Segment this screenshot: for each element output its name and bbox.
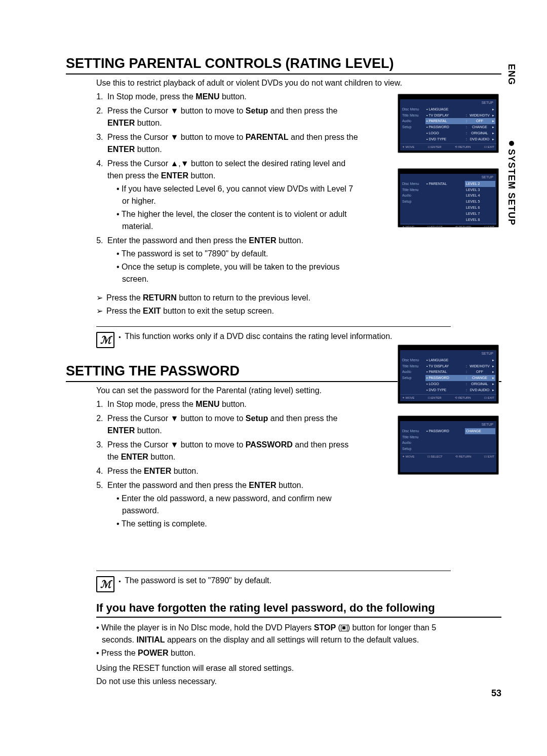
- sub-bullet: • Once the setup is complete, you will b…: [116, 261, 359, 285]
- step-2: Press the Cursor ▼ button to move to Set…: [105, 412, 359, 437]
- bullet-dot-icon: [509, 141, 514, 146]
- text: button.: [169, 649, 196, 657]
- section-c-bullets: • While the player is in No DIsc mode, h…: [96, 622, 461, 659]
- bold: ENTER: [107, 426, 135, 435]
- osd-title: SETUP: [482, 422, 493, 427]
- bold: ENTER: [161, 171, 188, 180]
- bold: MENU: [196, 92, 219, 101]
- bold: ENTER: [107, 145, 135, 154]
- text: Press the Cursor ▼ button to move to: [107, 440, 246, 449]
- step-3: Press the Cursor ▼ button to move to PAR…: [105, 131, 359, 156]
- section-b-steps: In Stop mode, press the MENU button. Pre…: [96, 398, 359, 530]
- text: button.: [135, 119, 162, 127]
- side-lang-tab: ENG: [506, 64, 517, 85]
- t: EXIT: [488, 455, 494, 458]
- text: The password is set to "7890" by default…: [122, 249, 268, 258]
- bold: MENU: [196, 400, 219, 408]
- t: MOVE: [406, 225, 415, 228]
- step-5: Enter the password and then press the EN…: [105, 479, 359, 530]
- osd-screenshot-1: SETUP Disc Menu• LANGUAGE▸Title Menu• TV…: [398, 94, 499, 153]
- step-1: In Stop mode, press the MENU button.: [105, 91, 359, 103]
- bold: Setup: [246, 414, 268, 423]
- osd-screenshot-2: SETUP Disc Menu• PARENTALLEVEL 2Title Me…: [398, 168, 499, 228]
- arrow-note: ➢Press the EXIT button to exit the setup…: [96, 305, 501, 318]
- bold: ENTER: [249, 236, 276, 245]
- text: button.: [171, 467, 198, 475]
- text: and then press the: [268, 106, 337, 115]
- text: appears on the display and all settings …: [165, 635, 419, 644]
- text: Enter the password and then press the: [107, 481, 249, 489]
- bullet-icon: ▪: [119, 333, 121, 341]
- note-box-b: ℳ ▪ The password is set to "7890" by def…: [96, 571, 451, 592]
- text: and then press the: [268, 414, 337, 423]
- sub-bullet: • If you have selected Level 6, you cann…: [116, 183, 359, 207]
- t: MOVE: [406, 396, 415, 399]
- t: MOVE: [406, 145, 415, 148]
- bullet: • While the player is in No DIsc mode, h…: [96, 622, 461, 646]
- side-section-tab: SYSTEM SETUP: [506, 141, 517, 225]
- bold: PASSWORD: [246, 440, 293, 449]
- bold: ENTER: [121, 452, 148, 461]
- step-5: Enter the password and then press the EN…: [105, 235, 359, 285]
- arrow-notes: ➢Press the RETURN button to return to th…: [96, 291, 501, 317]
- t: RETURN: [458, 396, 471, 399]
- t: MOVE: [406, 455, 415, 458]
- step-4: Press the ENTER button.: [105, 465, 359, 477]
- text: If you have selected Level 6, you cannot…: [122, 184, 353, 205]
- bold: EXIT: [143, 307, 161, 315]
- text: Press the: [106, 307, 143, 315]
- text: button.: [135, 145, 162, 154]
- text: button.: [135, 426, 162, 435]
- t: EXIT: [488, 396, 494, 399]
- bullet: • Press the POWER button.: [96, 647, 461, 659]
- text: Enter the password and then press the: [107, 236, 249, 245]
- text: Once the setup is complete, you will be …: [122, 262, 339, 283]
- sub-bullet: • Enter the old password, a new password…: [116, 493, 359, 517]
- bold: ENTER: [144, 467, 171, 475]
- text: In Stop mode, press the: [107, 92, 196, 101]
- section-c-title: If you have forgotten the rating level p…: [96, 601, 501, 618]
- note-text: This function works only if a DVD disc c…: [125, 332, 392, 341]
- bold: STOP: [314, 623, 336, 632]
- sub-bullet: • The password is set to "7890" by defau…: [116, 248, 359, 260]
- t: SELECT: [431, 225, 442, 228]
- section-a-title: SETTING PARENTAL CONTROLS (RATING LEVEL): [66, 56, 501, 74]
- bold: ENTER: [107, 119, 135, 127]
- arrow-note: ➢Press the RETURN button to return to th…: [96, 291, 501, 305]
- text: The higher the level, the closer the con…: [122, 210, 347, 231]
- text: button to return to the previous level.: [177, 293, 310, 302]
- arrow-icon: ➢: [96, 305, 106, 318]
- sub-bullet: • The setting is complete.: [116, 518, 359, 530]
- t: EXIT: [488, 145, 494, 148]
- bold: INITIAL: [136, 635, 165, 644]
- section-a-steps: In Stop mode, press the MENU button. Pre…: [96, 91, 359, 285]
- step-4: Press the Cursor ▲,▼ button to select th…: [105, 158, 359, 233]
- bold: PARENTAL: [246, 133, 289, 141]
- osd-screenshot-3: SETUP Disc Menu• LANGUAGE▸Title Menu• TV…: [398, 345, 499, 404]
- text: Press the Cursor ▼ button to move to: [107, 133, 246, 141]
- text: button.: [188, 171, 215, 180]
- t: EXIT: [488, 225, 494, 228]
- text: and then press the: [289, 133, 358, 141]
- t: RETURN: [458, 145, 471, 148]
- text: button.: [277, 236, 303, 245]
- t: RETURN: [459, 455, 472, 458]
- step-3: Press the Cursor ▼ button to move to PAS…: [105, 439, 359, 463]
- bold: RETURN: [143, 293, 177, 302]
- text: Press the Cursor ▲,▼ button to select th…: [107, 159, 345, 180]
- text: button.: [219, 400, 246, 408]
- text: Enter the old password, a new password, …: [122, 494, 331, 515]
- text: button to exit the setup screen.: [161, 307, 274, 315]
- plain-text-2: Do not use this unless necessary.: [96, 675, 501, 688]
- t: ENTER: [431, 396, 441, 399]
- note-text: The password is set to "7890" by default…: [125, 576, 271, 585]
- step-2: Press the Cursor ▼ button to move to Set…: [105, 105, 359, 129]
- side-section-label: SYSTEM SETUP: [506, 149, 517, 225]
- arrow-icon: ➢: [96, 291, 106, 305]
- stop-icon: [341, 625, 347, 631]
- note-icon: ℳ: [96, 332, 114, 348]
- osd-screenshot-4: SETUP Disc Menu• PASSWORDCHANGETitle Men…: [398, 415, 499, 475]
- section-a-intro: Use this to restrict playback of adult o…: [96, 79, 501, 88]
- text: Press the: [106, 293, 143, 302]
- text: Press the Cursor ▼ button to move to: [107, 106, 246, 115]
